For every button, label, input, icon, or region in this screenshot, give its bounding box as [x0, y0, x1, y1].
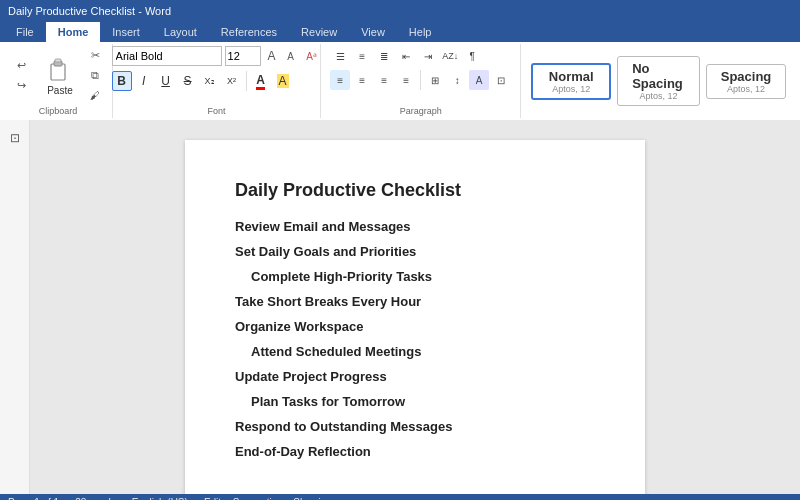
paste-button[interactable]: Paste: [38, 51, 82, 100]
font-color-button[interactable]: A: [251, 71, 271, 91]
checklist-item-0: Review Email and Messages: [235, 219, 595, 234]
font-group: A A Aᵃ B I U S X₂ X² A A Font: [113, 44, 321, 118]
multilevel-button[interactable]: ≣: [374, 46, 394, 66]
bold-button[interactable]: B: [112, 71, 132, 91]
tab-file[interactable]: File: [4, 22, 46, 42]
line-spacing-button[interactable]: ↕: [447, 70, 467, 90]
sidebar-panel: ⊡: [0, 120, 30, 494]
font-row2: B I U S X₂ X² A A: [112, 71, 293, 91]
font-size-input[interactable]: [225, 46, 261, 66]
document-title: Daily Productive Checklist: [235, 180, 595, 201]
style-spacing-name: Spacing: [721, 69, 772, 84]
italic-button[interactable]: I: [134, 71, 154, 91]
ribbon-content: ↩ ↪ Paste ✂ ⧉ 🖌 Clip: [0, 42, 800, 120]
underline-button[interactable]: U: [156, 71, 176, 91]
justify-button[interactable]: ≡: [396, 70, 416, 90]
undo-button[interactable]: ↩: [10, 56, 32, 74]
checklist-item-7: Plan Tasks for Tomorrow: [235, 394, 595, 409]
title-bar: Daily Productive Checklist - Word: [0, 0, 800, 22]
checklist-item-5: Attend Scheduled Meetings: [235, 344, 595, 359]
style-no-spacing[interactable]: No Spacing Aptos, 12: [617, 56, 700, 106]
checklist-item-3: Take Short Breaks Every Hour: [235, 294, 595, 309]
status-bar: Page 1 of 1 38 words English (US) Editor…: [0, 494, 800, 500]
subscript-button[interactable]: X₂: [200, 71, 220, 91]
ribbon-tabs: File Home Insert Layout References Revie…: [0, 22, 800, 42]
columns-button[interactable]: ⊞: [425, 70, 445, 90]
shading-button[interactable]: A: [469, 70, 489, 90]
align-left-button[interactable]: ≡: [330, 70, 350, 90]
show-marks-button[interactable]: ¶: [462, 46, 482, 66]
decrease-indent-button[interactable]: ⇤: [396, 46, 416, 66]
style-no-spacing-sub: Aptos, 12: [640, 91, 678, 101]
font-name-input[interactable]: [112, 46, 222, 66]
status-page: Page 1 of 1: [8, 497, 59, 501]
styles-group: Normal Aptos, 12 No Spacing Aptos, 12 Sp…: [521, 44, 796, 118]
checklist-item-1: Set Daily Goals and Priorities: [235, 244, 595, 259]
para-row2: ≡ ≡ ≡ ≡ ⊞ ↕ A ⊡: [330, 70, 511, 90]
tab-insert[interactable]: Insert: [100, 22, 152, 42]
status-words: 38 words: [75, 497, 116, 501]
font-size-increase[interactable]: A: [264, 48, 280, 64]
font-row1: A A Aᵃ: [112, 46, 322, 66]
clipboard-label: Clipboard: [39, 104, 78, 116]
clipboard-group: ↩ ↪ Paste ✂ ⧉ 🖌 Clip: [4, 44, 113, 118]
tab-layout[interactable]: Layout: [152, 22, 209, 42]
borders-button[interactable]: ⊡: [491, 70, 511, 90]
style-normal-sub: Aptos, 12: [552, 84, 590, 94]
divider1: [246, 71, 247, 91]
font-size-decrease[interactable]: A: [283, 48, 299, 64]
format-paint-button[interactable]: 🖌: [84, 86, 106, 104]
sidebar-panel-icon[interactable]: ⊡: [5, 128, 25, 148]
tab-review[interactable]: Review: [289, 22, 349, 42]
checklist-item-8: Respond to Outstanding Messages: [235, 419, 595, 434]
style-normal[interactable]: Normal Aptos, 12: [531, 63, 611, 100]
tab-view[interactable]: View: [349, 22, 397, 42]
redo-button[interactable]: ↪: [10, 76, 32, 94]
checklist-item-6: Update Project Progress: [235, 369, 595, 384]
clear-formatting-button[interactable]: Aᵃ: [302, 46, 322, 66]
copy-button[interactable]: ⧉: [84, 66, 106, 84]
sort-button[interactable]: AZ↓: [440, 46, 460, 66]
status-language: English (US): [132, 497, 188, 501]
style-spacing[interactable]: Spacing Aptos, 12: [706, 64, 786, 99]
checklist-item-2: Complete High-Priority Tasks: [235, 269, 595, 284]
checklist-item-9: End-of-Day Reflection: [235, 444, 595, 459]
clipboard-small-buttons: ✂ ⧉ 🖌: [84, 46, 106, 104]
bullets-button[interactable]: ☰: [330, 46, 350, 66]
document-area[interactable]: Daily Productive Checklist Review Email …: [30, 120, 800, 494]
style-normal-name: Normal: [549, 69, 594, 84]
style-spacing-sub: Aptos, 12: [727, 84, 765, 94]
divider2: [420, 70, 421, 90]
tab-references[interactable]: References: [209, 22, 289, 42]
checklist-item-4: Organize Workspace: [235, 319, 595, 334]
font-label: Font: [208, 104, 226, 116]
paragraph-label: Paragraph: [400, 104, 442, 116]
svg-rect-2: [55, 59, 61, 62]
status-editor: Editor Suggestions: Showing: [204, 497, 332, 501]
superscript-button[interactable]: X²: [222, 71, 242, 91]
numbering-button[interactable]: ≡: [352, 46, 372, 66]
tab-help[interactable]: Help: [397, 22, 444, 42]
app-title: Daily Productive Checklist - Word: [8, 5, 171, 17]
highlight-button[interactable]: A: [273, 71, 293, 91]
style-no-spacing-name: No Spacing: [632, 61, 685, 91]
align-center-button[interactable]: ≡: [352, 70, 372, 90]
para-row1: ☰ ≡ ≣ ⇤ ⇥ AZ↓ ¶: [330, 46, 482, 66]
strikethrough-button[interactable]: S: [178, 71, 198, 91]
cut-button[interactable]: ✂: [84, 46, 106, 64]
paste-icon: [46, 55, 74, 83]
increase-indent-button[interactable]: ⇥: [418, 46, 438, 66]
main-area: ⊡ Daily Productive Checklist Review Emai…: [0, 120, 800, 494]
align-right-button[interactable]: ≡: [374, 70, 394, 90]
paragraph-group: ☰ ≡ ≣ ⇤ ⇥ AZ↓ ¶ ≡ ≡ ≡ ≡ ⊞ ↕ A ⊡ Paragrap…: [321, 44, 521, 118]
document-page: Daily Productive Checklist Review Email …: [185, 140, 645, 494]
tab-home[interactable]: Home: [46, 22, 101, 42]
paste-label: Paste: [47, 85, 73, 96]
